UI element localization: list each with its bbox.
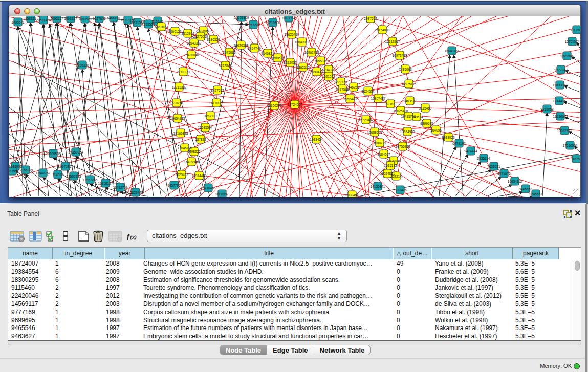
svg-text:12823448: 12823448	[128, 191, 143, 194]
svg-text:16958127: 16958127	[98, 182, 113, 185]
svg-text:14136141: 14136141	[371, 185, 385, 188]
svg-text:6794028: 6794028	[322, 68, 335, 72]
svg-text:15716485: 15716485	[201, 186, 216, 190]
svg-text:6990443: 6990443	[310, 70, 323, 74]
svg-text:23420046: 23420046	[184, 53, 199, 57]
svg-text:8960123: 8960123	[168, 30, 182, 33]
svg-text:19975857: 19975857	[58, 165, 73, 168]
svg-text:12505135: 12505135	[67, 174, 81, 178]
svg-text:16848764: 16848764	[445, 49, 460, 53]
svg-text:5498222: 5498222	[187, 150, 201, 154]
svg-text:7955812: 7955812	[314, 59, 328, 63]
svg-text:16409948: 16409948	[184, 160, 199, 164]
svg-text:587832: 587832	[195, 138, 206, 141]
svg-text:1685001: 1685001	[9, 165, 22, 168]
svg-text:515526: 515526	[152, 19, 163, 23]
svg-text:17957255: 17957255	[83, 178, 98, 182]
svg-text:12156829: 12156829	[18, 168, 33, 172]
svg-text:16543362: 16543362	[187, 41, 202, 45]
svg-text:20206535: 20206535	[46, 152, 61, 156]
svg-text:7632621: 7632621	[487, 165, 500, 168]
svg-text:14120746: 14120746	[386, 159, 401, 163]
svg-text:1405571: 1405571	[11, 20, 25, 24]
svg-text:8186323: 8186323	[207, 38, 220, 41]
svg-text:19654983: 19654983	[170, 117, 185, 120]
svg-text:1063327: 1063327	[64, 17, 77, 20]
svg-text:7357224: 7357224	[247, 23, 260, 27]
svg-text:1063527: 1063527	[50, 17, 63, 20]
svg-text:417006: 417006	[211, 101, 222, 105]
svg-text:19218506: 19218506	[266, 21, 280, 25]
svg-text:252214: 252214	[390, 174, 402, 178]
svg-text:10973493: 10973493	[393, 54, 407, 57]
svg-text:3912954: 3912954	[181, 32, 194, 35]
svg-text:13535594: 13535594	[198, 126, 213, 129]
svg-text:1621022: 1621022	[322, 75, 335, 78]
svg-text:9146821: 9146821	[261, 52, 274, 55]
svg-text:9245652: 9245652	[519, 187, 532, 191]
svg-text:8215958: 8215958	[540, 107, 554, 111]
svg-text:16914479: 16914479	[192, 174, 207, 178]
svg-text:1117504: 1117504	[571, 28, 580, 32]
svg-text:15692971: 15692971	[557, 129, 572, 133]
svg-text:958321: 958321	[25, 17, 36, 20]
svg-text:9245653: 9245653	[529, 192, 542, 196]
svg-text:8471676: 8471676	[497, 172, 511, 176]
svg-text:1938454: 1938454	[310, 138, 323, 141]
svg-text:1362615: 1362615	[296, 65, 310, 69]
svg-text:23676308: 23676308	[234, 43, 249, 47]
svg-text:12213967: 12213967	[385, 40, 400, 43]
svg-text:16640910: 16640910	[295, 40, 310, 44]
svg-text:39155: 39155	[9, 169, 17, 173]
svg-text:9698997: 9698997	[215, 192, 229, 196]
svg-text:7515526: 7515526	[142, 23, 155, 26]
svg-text:19166825: 19166825	[173, 132, 188, 135]
svg-text:2156443: 2156443	[343, 97, 357, 101]
svg-text:1527602: 1527602	[93, 17, 106, 20]
svg-text:17359924: 17359924	[69, 150, 83, 154]
svg-text:1949574: 1949574	[410, 115, 423, 119]
svg-text:9184067: 9184067	[377, 152, 390, 156]
svg-text:12942757: 12942757	[36, 171, 51, 175]
svg-text:18724007: 18724007	[288, 103, 302, 106]
svg-text:17010504: 17010504	[563, 144, 578, 147]
svg-text:114519: 114519	[52, 173, 63, 177]
svg-text:1733426: 1733426	[394, 188, 407, 192]
svg-text:2718170: 2718170	[177, 70, 190, 74]
svg-text:7485063: 7485063	[399, 68, 412, 71]
svg-text:6938454: 6938454	[345, 193, 359, 197]
svg-text:2935114: 2935114	[477, 157, 490, 160]
svg-text:15720407: 15720407	[359, 118, 374, 122]
svg-text:1610755: 1610755	[170, 101, 183, 105]
svg-text:116753: 116753	[571, 157, 580, 161]
svg-text:13654923: 13654923	[400, 130, 415, 134]
svg-text:16154808: 16154808	[375, 28, 390, 32]
svg-text:9329966: 9329966	[560, 54, 574, 58]
svg-text:3675685: 3675685	[223, 51, 236, 54]
svg-text:17046798: 17046798	[178, 146, 192, 150]
svg-text:9463627: 9463627	[403, 99, 417, 103]
svg-text:746266: 746266	[348, 85, 359, 89]
svg-text:15751074: 15751074	[565, 40, 580, 43]
svg-text:2205338: 2205338	[76, 63, 89, 67]
svg-text:18300295: 18300295	[267, 104, 282, 107]
svg-text:7625402: 7625402	[175, 173, 188, 177]
svg-text:23275059: 23275059	[193, 35, 208, 38]
svg-text:12213382: 12213382	[172, 85, 187, 89]
svg-text:9227342: 9227342	[554, 68, 568, 72]
svg-text:12093873: 12093873	[553, 83, 568, 87]
svg-text:10025438: 10025438	[394, 109, 408, 113]
svg-text:16210643: 16210643	[553, 115, 568, 118]
svg-text:23226058: 23226058	[196, 29, 211, 33]
svg-text:8242848: 8242848	[219, 64, 232, 68]
svg-text:8427552: 8427552	[211, 89, 224, 92]
svg-text:8938923: 8938923	[442, 136, 455, 139]
svg-text:13625419: 13625419	[285, 33, 299, 36]
svg-text:10654112: 10654112	[508, 180, 522, 183]
svg-text:3267110: 3267110	[204, 114, 217, 118]
svg-text:1880729: 1880729	[373, 141, 386, 145]
svg-text:1244415: 1244415	[553, 99, 566, 103]
svg-text:1588520: 1588520	[271, 56, 285, 60]
svg-text:6497568: 6497568	[336, 87, 349, 91]
svg-text:10807487: 10807487	[371, 97, 386, 100]
